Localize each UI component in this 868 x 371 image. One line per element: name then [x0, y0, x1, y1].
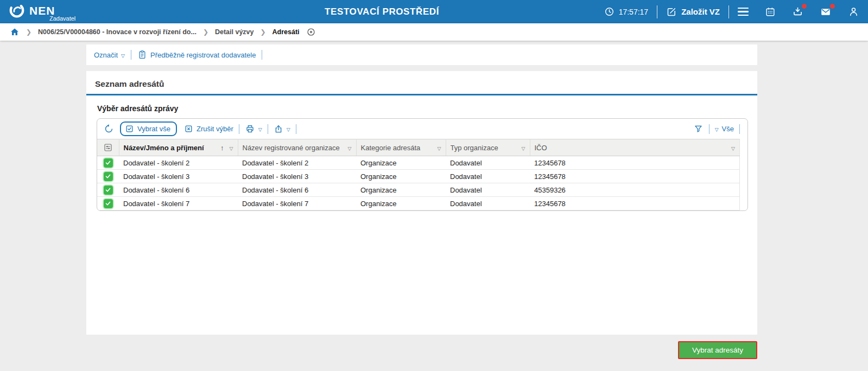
filter-scope-button[interactable]: Vše — [715, 125, 734, 133]
funnel-icon — [693, 124, 704, 134]
home-button[interactable] — [10, 27, 20, 37]
table-row[interactable]: Dodavatel - školení 3 Dodavatel - školen… — [97, 170, 740, 183]
page-title: Seznam adresátů — [86, 71, 757, 95]
cell-org: Dodavatel - školení 7 — [238, 197, 356, 210]
main-panel: Seznam adresátů Výběr adresátů zprávy — [86, 71, 757, 335]
row-checkbox[interactable] — [104, 199, 113, 208]
column-header-type[interactable]: Typ organizace — [446, 139, 530, 156]
download-icon — [792, 6, 803, 17]
cell-name: Dodavatel - školení 2 — [119, 156, 238, 170]
addressee-table: Název/Jméno a příjmení Název registrovan… — [97, 139, 740, 210]
profile-button[interactable] — [848, 6, 859, 17]
clipboard-icon — [137, 50, 147, 60]
sort-ascending-icon — [220, 144, 224, 152]
subsection-title: Výběr adresátů zprávy — [97, 104, 757, 113]
menu-button[interactable] — [738, 8, 749, 16]
clock-icon — [604, 7, 614, 17]
cell-org: Dodavatel - školení 2 — [238, 156, 356, 170]
cell-category: Organizace — [356, 197, 446, 210]
row-checkbox[interactable] — [104, 186, 113, 195]
select-addressees-button[interactable]: Vybrat adresáty — [678, 341, 757, 359]
preregister-suppliers-button[interactable]: Předběžně registrovat dodavatele — [137, 50, 256, 60]
toolbar-divider — [709, 124, 709, 134]
breadcrumb-item-procedure[interactable]: N006/25/V00004860 - Inovace v rozvoji ří… — [38, 28, 197, 36]
refresh-button[interactable] — [104, 124, 114, 134]
calendar-button[interactable] — [765, 7, 776, 17]
close-tab-button[interactable] — [306, 27, 316, 37]
environment-title: TESTOVACÍ PROSTŘEDÍ — [325, 0, 439, 23]
export-button[interactable] — [274, 124, 290, 134]
column-header-name[interactable]: Název/Jméno a příjmení — [119, 139, 238, 156]
addressee-grid-panel: Vybrat vše Zrušit výběr — [97, 118, 748, 211]
chevron-down-icon — [121, 51, 125, 59]
toolbar-divider — [739, 124, 740, 134]
toolbar-divider — [296, 124, 296, 134]
topbar-divider — [728, 5, 729, 18]
chevron-down-icon — [258, 125, 262, 133]
select-all-label: Vybrat vše — [137, 125, 170, 133]
column-header-category[interactable]: Kategorie adresáta — [356, 139, 446, 156]
cell-category: Organizace — [356, 170, 446, 183]
column-filter-icon[interactable] — [731, 144, 735, 152]
clock-time: 17:57:17 — [619, 8, 649, 16]
column-filter-icon[interactable] — [438, 144, 441, 152]
export-icon — [274, 124, 283, 134]
action-bar: Označit Předběžně registrovat dodavatele — [86, 44, 757, 65]
breadcrumb-item-adresati: Adresáti — [273, 28, 300, 36]
footer-actions: Vybrat adresáty — [86, 341, 757, 359]
row-checkbox-cell — [97, 197, 119, 210]
downloads-button[interactable] — [792, 6, 803, 17]
breadcrumb-item-detail-vyzvy[interactable]: Detail výzvy — [215, 28, 254, 36]
hamburger-icon — [738, 8, 749, 16]
create-vz-button[interactable]: Založit VZ — [666, 7, 720, 17]
column-filter-icon[interactable] — [230, 144, 233, 152]
messages-badge — [830, 4, 835, 9]
row-checkbox[interactable] — [104, 172, 113, 181]
session-clock: 17:57:17 — [604, 7, 649, 17]
action-bar-divider — [262, 50, 262, 60]
clear-selection-button[interactable]: Zrušit výběr — [184, 124, 233, 133]
cell-category: Organizace — [356, 156, 446, 170]
messages-button[interactable] — [820, 6, 832, 18]
edit-icon — [666, 7, 677, 17]
checkbox-check-icon — [125, 124, 134, 133]
column-filter-icon[interactable] — [522, 144, 525, 152]
breadcrumb: ❯ N006/25/V00004860 - Inovace v rozvoji … — [0, 23, 868, 41]
column-header-org[interactable]: Název registrované organizace — [238, 139, 356, 156]
filter-button[interactable] — [693, 124, 704, 134]
cell-ico: 12345678 — [530, 170, 740, 183]
row-checkbox-cell — [97, 170, 119, 183]
cell-org: Dodavatel - školení 3 — [238, 170, 356, 183]
topbar-divider — [657, 5, 657, 18]
top-header: NEN Zadavatel TESTOVACÍ PROSTŘEDÍ 17:57:… — [0, 0, 868, 23]
cell-type: Dodavatel — [446, 156, 530, 170]
column-filter-icon[interactable] — [348, 144, 352, 152]
table-header-row: Název/Jméno a příjmení Název registrovan… — [97, 139, 740, 156]
print-button[interactable] — [245, 124, 262, 134]
cell-ico: 45359326 — [530, 183, 740, 197]
create-vz-label: Založit VZ — [681, 7, 720, 16]
table-row[interactable]: Dodavatel - školení 2 Dodavatel - školen… — [97, 156, 740, 170]
toolbar-divider — [268, 124, 268, 134]
mark-menu-button[interactable]: Označit — [94, 51, 125, 59]
row-checkbox-cell — [97, 183, 119, 197]
action-bar-divider — [131, 50, 131, 60]
cell-ico: 12345678 — [530, 197, 740, 210]
column-settings-header[interactable] — [97, 139, 119, 156]
table-row[interactable]: Dodavatel - školení 7 Dodavatel - školen… — [97, 197, 740, 210]
printer-icon — [245, 124, 255, 134]
nen-brand[interactable]: NEN Zadavatel — [9, 2, 75, 22]
cell-org: Dodavatel - školení 6 — [238, 183, 356, 197]
cell-category: Organizace — [356, 183, 446, 197]
cell-type: Dodavatel — [446, 183, 530, 197]
row-checkbox[interactable] — [104, 158, 113, 168]
refresh-icon — [104, 124, 114, 134]
nen-logo-icon — [9, 2, 25, 18]
row-checkbox-cell — [97, 156, 119, 170]
cell-name: Dodavatel - školení 6 — [119, 183, 238, 197]
select-all-button[interactable]: Vybrat vše — [120, 121, 177, 136]
checkbox-x-icon — [184, 124, 193, 133]
cell-name: Dodavatel - školení 7 — [119, 197, 238, 210]
column-header-ico[interactable]: IČO — [530, 139, 740, 156]
table-row[interactable]: Dodavatel - školení 6 Dodavatel - školen… — [97, 183, 740, 197]
